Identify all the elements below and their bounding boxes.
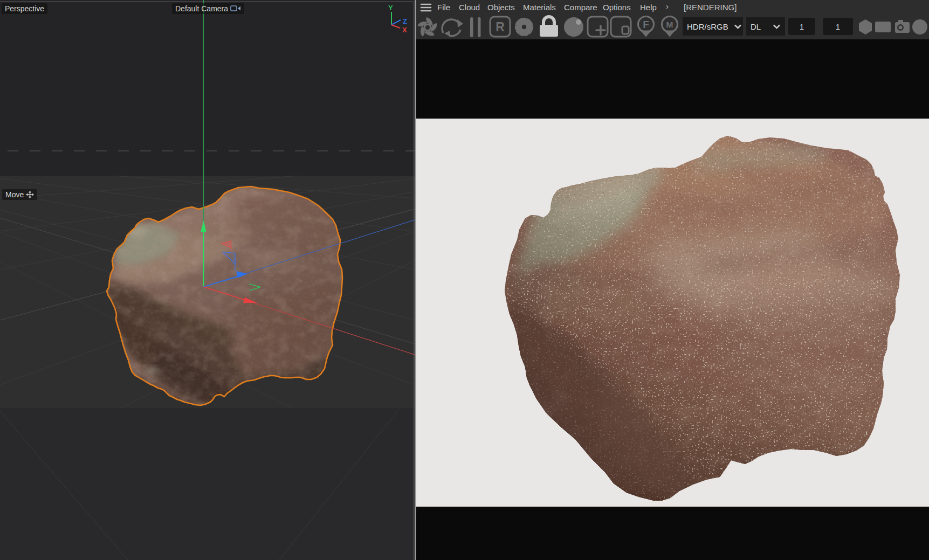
svg-text:X: X: [402, 26, 407, 34]
svg-text:Y: Y: [388, 4, 393, 12]
svg-text:1: 1: [836, 22, 840, 31]
svg-text:1: 1: [800, 22, 804, 31]
svg-text:DL: DL: [751, 22, 761, 31]
svg-text:Z: Z: [403, 17, 407, 25]
svg-text:F: F: [643, 19, 649, 30]
svg-text:M: M: [666, 20, 673, 29]
svg-text:HDR/sRGB: HDR/sRGB: [687, 22, 728, 31]
svg-text:R: R: [496, 20, 505, 34]
